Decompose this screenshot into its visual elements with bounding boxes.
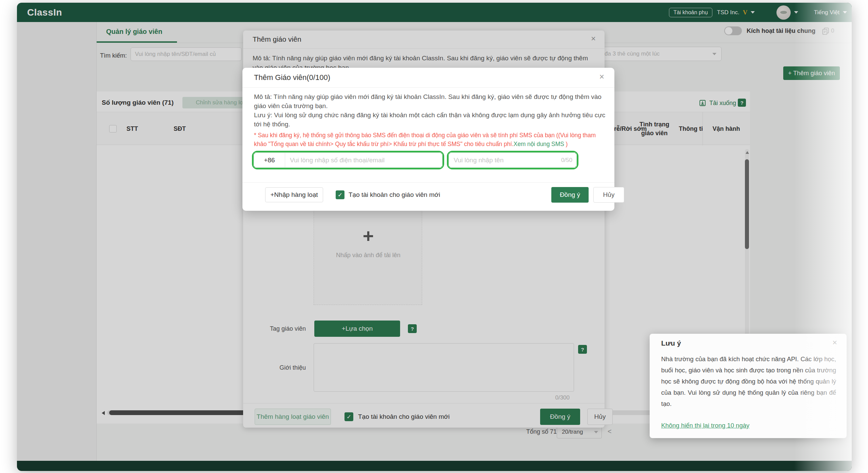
modal-description: Mô tả: Tính năng này giúp giáo viên mới … (254, 92, 607, 129)
country-code-prefix[interactable]: +86 (254, 153, 285, 167)
create-account-checkbox[interactable]: ✓ (336, 190, 344, 199)
bulk-import-button[interactable]: +Nhập hàng loạt (265, 187, 323, 202)
sms-content-link[interactable]: Xem nội dung SMS (514, 141, 564, 147)
create-account-label: Tạo tài khoản cho giáo viên mới (349, 191, 440, 199)
app-window: ClassIn Tài khoản phụ TSD Inc. V Tiếng V… (17, 3, 852, 471)
name-placeholder: Vui lòng nhập tên (449, 157, 561, 164)
cancel-button[interactable]: Hủy (593, 187, 624, 203)
modal-title: Thêm Giáo viên(0/100) (254, 73, 330, 82)
phone-input[interactable]: +86 Vui lòng nhập số điện thoại/email (254, 152, 442, 168)
close-icon[interactable]: × (832, 338, 837, 347)
sms-fee-warning: * Sau khi đăng ký, hệ thống sẽ gửi thông… (254, 131, 609, 148)
add-teacher-quick-modal: Thêm Giáo viên(0/100) × Mô tả: Tính năng… (242, 68, 614, 211)
window-footer-bar (17, 461, 852, 471)
name-char-counter: 0/50 (561, 157, 576, 164)
notice-body: Nhà trường của bạn đã kích hoạt chức năn… (661, 353, 836, 409)
name-input-highlight: Vui lòng nhập tên 0/50 (447, 151, 578, 169)
name-input[interactable]: Vui lòng nhập tên 0/50 (449, 152, 577, 168)
close-icon[interactable]: × (599, 73, 604, 81)
dont-show-again-link[interactable]: Không hiển thị lại trong 10 ngày (661, 422, 749, 429)
phone-input-highlight: +86 Vui lòng nhập số điện thoại/email (252, 151, 444, 169)
confirm-button[interactable]: Đồng ý (551, 187, 589, 203)
phone-placeholder: Vui lòng nhập số điện thoại/email (285, 157, 442, 164)
api-notice-panel: Lưu ý × Nhà trường của bạn đã kích hoạt … (650, 334, 847, 438)
notice-title: Lưu ý (661, 339, 681, 347)
